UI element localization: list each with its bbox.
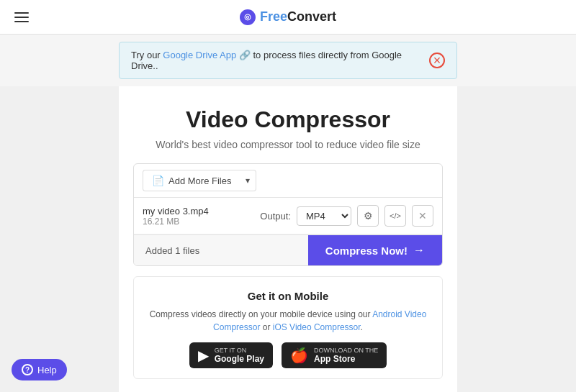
google-drive-banner: Try our Google Drive App 🔗 to process fi… xyxy=(119,42,457,79)
page-subtitle: World's best video compressor tool to re… xyxy=(133,139,443,150)
help-label: Help xyxy=(37,365,57,375)
add-files-button[interactable]: 📄 Add More Files xyxy=(143,170,240,191)
added-count: Added 1 files xyxy=(134,238,211,263)
mobile-desc: Compress videos directly on your mobile … xyxy=(145,308,431,334)
hamburger-button[interactable] xyxy=(12,9,32,25)
store-badges: ▶ GET IT ON Google Play 🍎 Download on th… xyxy=(145,342,431,368)
add-files-dropdown-button[interactable]: ▾ xyxy=(240,170,256,191)
google-drive-link[interactable]: Google Drive App 🔗 xyxy=(163,50,251,60)
app-store-badge[interactable]: 🍎 Download on the App Store xyxy=(282,342,387,368)
apple-icon: 🍎 xyxy=(290,347,308,364)
ios-link[interactable]: iOS Video Compressor xyxy=(273,322,361,332)
google-play-text: GET IT ON Google Play xyxy=(215,347,264,364)
close-icon: ✕ xyxy=(418,210,427,222)
mobile-title: Get it on Mobile xyxy=(145,290,431,302)
compress-arrow-icon: → xyxy=(413,244,425,257)
banner-text: Try our Google Drive App 🔗 to process fi… xyxy=(131,50,429,71)
mobile-section: Get it on Mobile Compress videos directl… xyxy=(133,276,443,379)
file-row: my video 3.mp4 16.21 MB Output: MP4 AVI … xyxy=(134,198,442,234)
help-icon: ? xyxy=(22,364,33,375)
file-info: my video 3.mp4 16.21 MB xyxy=(143,206,209,227)
code-icon: </> xyxy=(390,211,401,220)
sidebar-right xyxy=(457,86,576,392)
title-section: Video Compressor World's best video comp… xyxy=(119,86,457,163)
banner-close-button[interactable]: × xyxy=(429,53,445,68)
page-title: Video Compressor xyxy=(133,106,443,133)
compress-now-button[interactable]: Compress Now! → xyxy=(308,235,442,265)
add-files-group: 📄 Add More Files ▾ xyxy=(143,170,256,191)
sidebar-left xyxy=(0,86,119,392)
app-store-text: Download on the App Store xyxy=(314,347,378,364)
google-play-badge[interactable]: ▶ GET IT ON Google Play xyxy=(189,342,273,368)
format-select[interactable]: MP4 AVI MOV MKV WebM xyxy=(297,206,351,226)
logo-icon: ◎ xyxy=(240,9,256,25)
file-icon: 📄 xyxy=(152,175,164,186)
header-logo: ◎ FreeConvert xyxy=(240,9,336,25)
file-controls: Output: MP4 AVI MOV MKV WebM ⚙ </> xyxy=(260,205,433,227)
output-label: Output: xyxy=(260,211,291,222)
remove-file-button[interactable]: ✕ xyxy=(412,205,433,227)
file-name: my video 3.mp4 xyxy=(143,206,209,216)
header: ◎ FreeConvert xyxy=(0,0,576,35)
settings-icon: ⚙ xyxy=(364,210,373,222)
code-button[interactable]: </> xyxy=(384,205,406,227)
upload-toolbar: 📄 Add More Files ▾ xyxy=(134,164,442,198)
logo-text: FreeConvert xyxy=(260,9,336,24)
settings-button[interactable]: ⚙ xyxy=(357,205,379,227)
help-button[interactable]: ? Help xyxy=(12,359,67,380)
google-play-icon: ▶ xyxy=(198,347,209,364)
file-size: 16.21 MB xyxy=(143,216,209,227)
upload-bottom-bar: Added 1 files Compress Now! → xyxy=(134,234,442,265)
upload-area: 📄 Add More Files ▾ my video 3.mp4 16.21 … xyxy=(133,163,443,266)
main-layout: Video Compressor World's best video comp… xyxy=(0,86,576,392)
main-content: Video Compressor World's best video comp… xyxy=(119,86,457,392)
